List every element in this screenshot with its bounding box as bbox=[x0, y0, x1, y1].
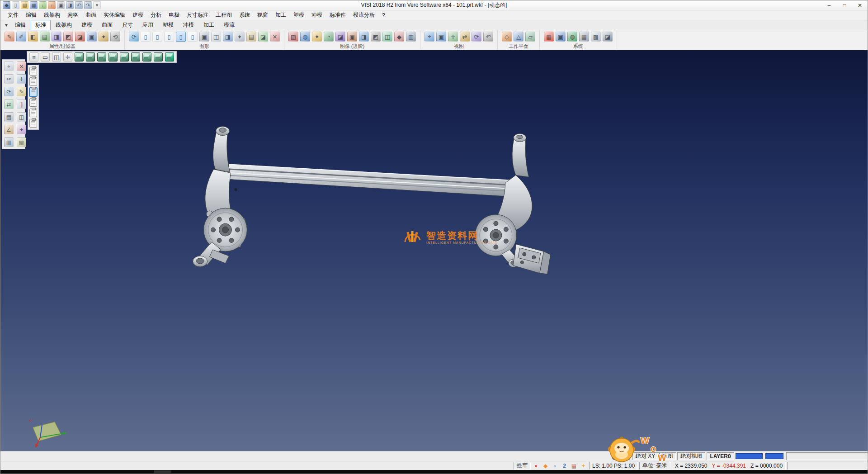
reset-filter-icon[interactable]: ⟲ bbox=[110, 32, 120, 42]
selection-filter-icon[interactable]: ◩ bbox=[63, 32, 73, 42]
toolbar-tab[interactable]: 曲面 bbox=[97, 20, 117, 30]
color-palette-icon[interactable]: ▦ bbox=[544, 32, 554, 42]
clipboard-slot-4-icon[interactable] bbox=[29, 98, 37, 107]
visi-app-icon[interactable]: ◆ bbox=[3, 1, 10, 9]
undo-icon[interactable]: ↶ bbox=[75, 1, 83, 9]
shaded-pill-icon[interactable]: ▯ bbox=[176, 32, 186, 42]
menu-item[interactable]: 加工 bbox=[272, 10, 290, 20]
workplane-create-icon[interactable]: ◇ bbox=[502, 32, 512, 42]
windows-taskbar[interactable] bbox=[0, 470, 868, 474]
offset-tool-icon[interactable]: ∥ bbox=[17, 100, 26, 109]
light-icon[interactable]: ✦ bbox=[312, 32, 322, 42]
copy-tool-icon[interactable]: ◫ bbox=[17, 112, 26, 122]
section-display-icon[interactable]: ◪ bbox=[258, 32, 268, 42]
record-tray-icon[interactable]: ● bbox=[532, 462, 540, 469]
section-view-icon[interactable]: ◪ bbox=[335, 32, 345, 42]
menu-item[interactable]: 实体编辑 bbox=[100, 10, 129, 20]
shadow-icon[interactable]: ◔ bbox=[324, 32, 334, 42]
previous-view-icon[interactable]: ↶ bbox=[483, 32, 493, 42]
toolbar-tab[interactable]: 编辑 bbox=[10, 20, 30, 30]
window-multi-icon[interactable]: ◫ bbox=[52, 52, 61, 62]
toolbar-tab[interactable]: 建模 bbox=[77, 20, 97, 30]
attribute-brush-icon[interactable]: ✎ bbox=[5, 32, 14, 42]
menu-item[interactable]: 系统 bbox=[236, 10, 254, 20]
print-icon[interactable]: ▣ bbox=[57, 1, 65, 9]
move-tool-icon[interactable]: ✛ bbox=[17, 74, 26, 84]
absolute-view-indicator[interactable]: 绝对视图 bbox=[677, 452, 705, 460]
counter-2-tray-icon[interactable]: 2 bbox=[561, 462, 568, 469]
background-icon[interactable]: ◨ bbox=[359, 32, 369, 42]
active-layer-indicator[interactable]: LAYER0 bbox=[707, 452, 734, 460]
toolbar-tab[interactable]: 模流 bbox=[219, 20, 239, 30]
view-front-cube-icon[interactable] bbox=[86, 52, 95, 62]
wireframe-pill-icon[interactable]: ▯ bbox=[141, 32, 151, 42]
view-shaded-cube-icon[interactable] bbox=[165, 52, 174, 62]
hidden-line-pill-icon[interactable]: ▯ bbox=[152, 32, 162, 42]
toolbar-tab[interactable]: 加工 bbox=[199, 20, 219, 30]
redraw-icon[interactable]: ⟳ bbox=[129, 32, 139, 42]
clipboard-slot-3-icon[interactable] bbox=[29, 88, 37, 96]
redo-icon[interactable]: ↷ bbox=[84, 1, 92, 9]
measure-tool-icon[interactable]: ∠ bbox=[4, 125, 14, 134]
open-file-icon[interactable]: ▤ bbox=[21, 1, 28, 9]
type-filter-icon[interactable]: ◨ bbox=[52, 32, 61, 42]
view-bottom-cube-icon[interactable] bbox=[131, 52, 140, 62]
display-settings-icon[interactable]: ✦ bbox=[235, 32, 245, 42]
globe-icon[interactable]: ◍ bbox=[567, 32, 577, 42]
model-viewport[interactable]: ≡▭◫✛ ⌖✕✂✛⟳✎⇄∥▤◫∠✦▥▧ 智造资料网 INTELLIGENT MA… bbox=[0, 50, 868, 451]
ambient-icon[interactable]: ◆ bbox=[394, 32, 404, 42]
close-button[interactable]: ✕ bbox=[852, 0, 868, 10]
tab-overflow-dropdown-icon[interactable]: ▼ bbox=[2, 23, 10, 28]
clipboard-slot-2-icon[interactable] bbox=[29, 77, 37, 86]
dynamic-pill-icon[interactable]: ▯ bbox=[164, 32, 174, 42]
menu-item[interactable]: 标准件 bbox=[326, 10, 349, 20]
material-icon[interactable]: ◍ bbox=[300, 32, 310, 42]
render-settings-icon[interactable]: ▥ bbox=[406, 32, 416, 42]
delete-tool-icon[interactable]: ✕ bbox=[17, 62, 26, 71]
view-dimetric-cube-icon[interactable] bbox=[154, 52, 163, 62]
maximize-button[interactable]: □ bbox=[837, 0, 852, 10]
toolbar-tab[interactable]: 塑模 bbox=[158, 20, 178, 30]
menu-item[interactable]: 编辑 bbox=[22, 10, 40, 20]
doc-display-icon[interactable]: ▣ bbox=[199, 32, 209, 42]
menu-item[interactable]: 模流分析 bbox=[349, 10, 378, 20]
monitor-icon[interactable]: ▣ bbox=[556, 32, 566, 42]
highlight-icon[interactable]: ✦ bbox=[99, 32, 108, 42]
new-file-icon[interactable]: ▯ bbox=[12, 1, 19, 9]
minimize-button[interactable]: – bbox=[821, 0, 837, 10]
toolbar-tab[interactable]: 应用 bbox=[138, 20, 158, 30]
taskbar-item[interactable] bbox=[154, 470, 171, 473]
zoom-doc-icon[interactable]: ▤ bbox=[246, 32, 256, 42]
rotate-view-icon[interactable]: ⟳ bbox=[472, 32, 481, 42]
pen-color-swatch[interactable] bbox=[765, 453, 783, 459]
table-tray-icon[interactable]: ▤ bbox=[570, 462, 578, 469]
export-icon[interactable]: ↑ bbox=[48, 1, 56, 9]
select-tool-icon[interactable]: ⌖ bbox=[4, 62, 14, 71]
axis-chip-tray-icon[interactable]: ✦ bbox=[580, 462, 587, 469]
snap-lock-toggle[interactable]: 拴牢 bbox=[514, 462, 531, 469]
layer-filter-icon[interactable]: ▤ bbox=[40, 32, 50, 42]
menu-item[interactable]: 工程图 bbox=[212, 10, 236, 20]
menu-item[interactable]: 曲面 bbox=[82, 10, 100, 20]
snapshot-icon[interactable]: ▣ bbox=[347, 32, 357, 42]
print-tool-icon[interactable]: ▤ bbox=[4, 112, 14, 122]
edit-tool-icon[interactable]: ✎ bbox=[17, 87, 26, 96]
notes-tool-icon[interactable]: ▧ bbox=[17, 137, 26, 147]
zoom-extents-icon[interactable]: ⌖ bbox=[425, 32, 434, 42]
clipboard-slot-5-icon[interactable] bbox=[29, 109, 37, 117]
menu-item[interactable]: 线架构 bbox=[40, 10, 64, 20]
toolbar-tab[interactable]: 线架构 bbox=[51, 20, 76, 30]
view-top-cube-icon[interactable] bbox=[75, 52, 84, 62]
workplane-align-icon[interactable]: △ bbox=[514, 32, 524, 42]
grid-icon[interactable]: ▦ bbox=[579, 32, 589, 42]
copy-attributes-icon[interactable]: ✐ bbox=[16, 32, 26, 42]
build-tool-icon[interactable]: ✦ bbox=[17, 125, 26, 134]
doc-group-icon[interactable]: ◫ bbox=[211, 32, 221, 42]
menu-item[interactable]: 电极 bbox=[165, 10, 183, 20]
view-right-cube-icon[interactable] bbox=[120, 52, 129, 62]
rendered-pill-icon[interactable]: ▯ bbox=[188, 32, 198, 42]
menu-item[interactable]: 文件 bbox=[4, 10, 22, 20]
reflection-icon[interactable]: ◫ bbox=[382, 32, 392, 42]
snap-settings-icon[interactable]: ▩ bbox=[591, 32, 601, 42]
magnet-snap-icon[interactable]: ◪ bbox=[75, 32, 85, 42]
